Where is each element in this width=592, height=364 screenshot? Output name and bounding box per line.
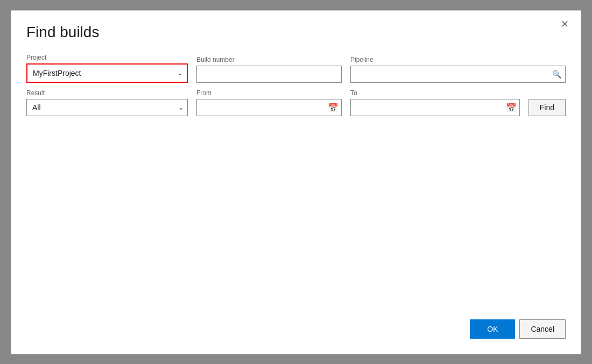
from-label: From [196, 89, 342, 97]
build-number-group: Build number [196, 56, 342, 83]
result-group: Result All ⌄ [26, 89, 188, 116]
from-group: From 📅 [196, 89, 342, 116]
spacer [26, 123, 566, 313]
to-date-input[interactable] [350, 99, 520, 116]
build-number-input[interactable] [196, 66, 342, 83]
build-number-label: Build number [196, 56, 342, 63]
dialog-footer: OK Cancel [26, 313, 566, 339]
project-select-wrapper: MyFirstProject ⌄ [27, 65, 187, 82]
dialog-title: Find builds [26, 24, 566, 41]
to-label: To [350, 89, 520, 97]
form-row-2: Result All ⌄ From 📅 To 📅 Fi [26, 89, 566, 116]
form-row-1: Project MyFirstProject ⌄ Build number Pi… [26, 54, 566, 83]
project-select-highlighted: MyFirstProject ⌄ [26, 63, 188, 83]
to-group: To 📅 [350, 89, 520, 116]
pipeline-group: Pipeline 🔍 [350, 56, 566, 83]
pipeline-label: Pipeline [350, 56, 566, 63]
from-date-wrapper: 📅 [196, 99, 342, 116]
close-button[interactable]: ✕ [558, 17, 572, 31]
find-builds-dialog: ✕ Find builds Project MyFirstProject ⌄ B… [11, 10, 581, 354]
pipeline-input-wrapper: 🔍 [350, 66, 566, 83]
pipeline-input[interactable] [350, 66, 566, 83]
project-label: Project [26, 54, 188, 61]
cancel-button[interactable]: Cancel [519, 319, 566, 339]
result-select-wrapper: All ⌄ [26, 99, 188, 116]
project-select[interactable]: MyFirstProject [27, 65, 187, 82]
from-date-input[interactable] [196, 99, 342, 116]
find-button[interactable]: Find [528, 99, 566, 116]
ok-button[interactable]: OK [470, 319, 515, 339]
to-date-wrapper: 📅 [350, 99, 520, 116]
result-label: Result [26, 89, 188, 97]
result-select[interactable]: All [26, 99, 188, 116]
project-group: Project MyFirstProject ⌄ [26, 54, 188, 83]
